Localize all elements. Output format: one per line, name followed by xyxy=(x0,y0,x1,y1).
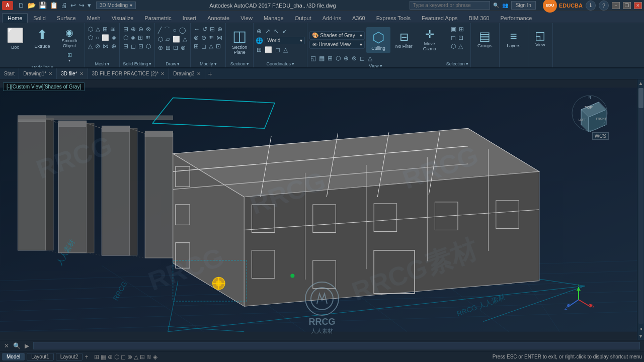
modify-icon7[interactable]: ≋ xyxy=(208,34,215,42)
coord-icon1[interactable]: ⊕ xyxy=(256,27,263,35)
cmd-close-icon[interactable]: ✕ xyxy=(4,342,9,349)
modify-icon4[interactable]: ⊕ xyxy=(216,25,223,33)
mesh-dropdown-icon[interactable]: ▾ xyxy=(107,61,110,66)
mesh-icon8[interactable]: ◈ xyxy=(111,34,117,42)
redo-icon[interactable]: ↪ xyxy=(78,1,86,10)
tab-home[interactable]: Home xyxy=(2,13,28,23)
groups-button[interactable]: ▤ Groups xyxy=(474,27,496,50)
draw-icon12[interactable]: ⊗ xyxy=(180,44,187,52)
mesh-icon11[interactable]: ⋈ xyxy=(102,42,110,50)
right-scrollbar[interactable]: ▲ ◂ ▼ xyxy=(637,79,644,340)
command-input[interactable] xyxy=(33,342,640,349)
draw-icon9[interactable]: ⊕ xyxy=(157,44,164,52)
tab-performance[interactable]: Performance xyxy=(495,13,537,23)
view-icon6[interactable]: ⊗ xyxy=(351,54,358,62)
draw-icon1[interactable]: ╱ xyxy=(157,26,163,34)
dyn-icon[interactable]: ⊟ xyxy=(140,353,145,360)
mesh-icon10[interactable]: ⊘ xyxy=(94,42,101,50)
modify-icon11[interactable]: △ xyxy=(208,42,214,50)
modeling-more-button[interactable]: ⊞ ▾ xyxy=(56,51,83,64)
save-as-icon[interactable]: 📋 xyxy=(49,1,59,10)
new-tab-button[interactable]: + xyxy=(205,68,215,79)
coord-icon5[interactable]: ⊞ xyxy=(256,46,263,54)
modify-icon10[interactable]: ◻ xyxy=(200,42,207,50)
mesh-icon5[interactable]: ⬡ xyxy=(87,34,94,42)
sel-icon4[interactable]: ⊡ xyxy=(457,34,464,42)
modify-icon1[interactable]: ↔ xyxy=(193,25,201,33)
restore-button[interactable]: ❐ xyxy=(623,2,631,9)
view-icon2[interactable]: ▦ xyxy=(318,54,326,62)
shades-dropdown[interactable]: 🎨 Shades of Gray ▾ xyxy=(309,31,365,40)
open-icon[interactable]: 📂 xyxy=(27,1,37,10)
modify-icon12[interactable]: ⊡ xyxy=(215,42,222,50)
no-filter-button[interactable]: ⊟ No Filter xyxy=(392,29,416,51)
modify-icon3[interactable]: ⊟ xyxy=(209,25,216,33)
modify-icon6[interactable]: ⊖ xyxy=(200,34,207,42)
3d-practice-close-icon[interactable]: ✕ xyxy=(160,71,165,76)
tab-parametric[interactable]: Parametric xyxy=(139,13,177,23)
draw-icon2[interactable]: ⌒ xyxy=(163,25,171,35)
print-icon[interactable]: 🖨 xyxy=(60,1,68,10)
coordinates-group-label[interactable]: Coordinates ▾ xyxy=(256,60,305,67)
view-icon7[interactable]: ◻ xyxy=(359,54,366,62)
se-icon11[interactable]: ⊡ xyxy=(137,42,144,50)
cmd-search-icon[interactable]: 🔍 xyxy=(13,342,21,349)
viewcube[interactable]: TOP LEFT FRONT N WCS xyxy=(571,95,609,140)
se-icon10[interactable]: ◻ xyxy=(130,42,137,50)
view2-button[interactable]: ◱ View xyxy=(531,27,549,49)
se-icon5[interactable]: ⬡ xyxy=(122,34,129,42)
tab-annotate[interactable]: Annotate xyxy=(202,13,235,23)
coordinates-dropdown-icon[interactable]: ▾ xyxy=(292,61,294,66)
ducs-icon[interactable]: △ xyxy=(134,353,138,360)
search-input[interactable] xyxy=(410,1,490,10)
undo-icon[interactable]: ↩ xyxy=(69,1,77,10)
scroll-thumb[interactable] xyxy=(638,88,643,108)
smooth-object-button[interactable]: ◉ Smooth Object xyxy=(56,25,83,50)
modify-icon9[interactable]: ⊞ xyxy=(193,42,200,50)
viewport-main[interactable]: RRCG RRCG RRCG RRCG RRCG素材 人人素材 RRCG RRC… xyxy=(0,79,644,340)
tab-express[interactable]: Express Tools xyxy=(371,13,416,23)
coord-icon4[interactable]: ↙ xyxy=(281,27,288,35)
draw-icon6[interactable]: ▱ xyxy=(165,35,171,43)
scroll-down-arrow[interactable]: ▼ xyxy=(637,332,644,340)
otrack-icon[interactable]: ⊗ xyxy=(127,353,132,360)
sel-icon3[interactable]: ◻ xyxy=(450,34,457,42)
extrude-button[interactable]: ⬆ Extrude xyxy=(29,25,55,51)
world-dropdown[interactable]: World ▾ xyxy=(265,37,305,44)
qat-dropdown[interactable]: ▾ xyxy=(87,1,92,10)
mesh-icon1[interactable]: ⬡ xyxy=(87,25,94,33)
modify-icon8[interactable]: ⋈ xyxy=(215,34,223,42)
se-icon1[interactable]: ⊟ xyxy=(122,25,129,33)
se-icon9[interactable]: ⊟ xyxy=(122,42,129,50)
solid-editing-dropdown-icon[interactable]: ▾ xyxy=(149,61,151,66)
se-icon12[interactable]: ⬡ xyxy=(145,42,152,50)
ortho-icon[interactable]: ⊕ xyxy=(108,353,113,360)
scroll-expand-icon[interactable]: ◂ xyxy=(638,325,643,332)
layout1-tab[interactable]: Layout1 xyxy=(27,353,54,360)
draw-icon10[interactable]: ⊞ xyxy=(165,44,172,52)
modify-dropdown-icon[interactable]: ▾ xyxy=(214,61,217,66)
minimize-button[interactable]: − xyxy=(612,2,620,9)
drawing1-close-icon[interactable]: ✕ xyxy=(48,71,52,76)
se-icon8[interactable]: ≋ xyxy=(144,34,151,42)
mesh-icon7[interactable]: ⬜ xyxy=(101,34,110,42)
3d-file-close-icon[interactable]: ✕ xyxy=(79,71,84,76)
tab-addins[interactable]: Add-ins xyxy=(317,13,347,23)
coord-icon7[interactable]: ◻ xyxy=(274,46,281,54)
se-icon3[interactable]: ⊖ xyxy=(137,25,144,33)
sel-icon6[interactable]: △ xyxy=(457,42,464,50)
draw-dropdown-icon[interactable]: ▾ xyxy=(177,61,180,66)
draw-group-label[interactable]: Draw ▾ xyxy=(157,60,188,67)
polar-icon[interactable]: ⬡ xyxy=(114,353,119,360)
tab-featured[interactable]: Featured Apps xyxy=(416,13,463,23)
view-unsaved-dropdown[interactable]: 👁 Unsaved View ▾ xyxy=(309,41,365,49)
tab-drawing3[interactable]: Drawing3 ✕ xyxy=(169,68,205,79)
cmd-arrow-icon[interactable]: ▶ xyxy=(25,342,29,349)
mesh-icon12[interactable]: ⊕ xyxy=(110,42,117,50)
view-icon3[interactable]: ⊞ xyxy=(327,54,334,62)
layers-button[interactable]: ≡ Layers xyxy=(503,27,525,50)
tab-visualize[interactable]: Visualize xyxy=(106,13,139,23)
tab-manage[interactable]: Manage xyxy=(258,13,289,23)
layout2-tab[interactable]: Layout2 xyxy=(56,353,83,360)
scroll-up-arrow[interactable]: ▲ xyxy=(637,79,644,87)
